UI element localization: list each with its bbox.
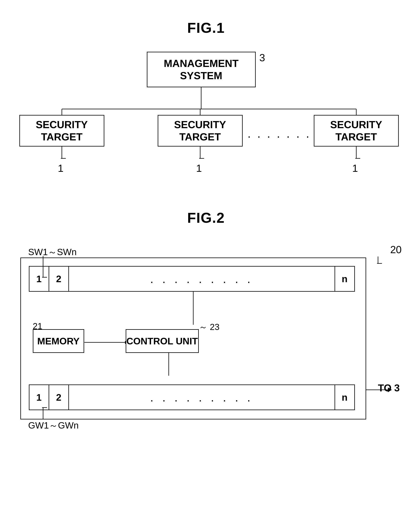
page: FIG.1 xyxy=(0,0,412,532)
control-unit-box: CONTROL UNIT xyxy=(126,329,199,353)
gw-label: GW1～GWn xyxy=(28,419,79,432)
security-target-box-3: SECURITYTARGET xyxy=(314,115,399,147)
fig2-diagram: 20 SW1～SWn 1 2 . . . . . . . . . n xyxy=(9,238,404,425)
sw-label: SW1～SWn xyxy=(28,246,77,258)
port-top-2: 2 xyxy=(49,266,69,291)
port-top-n: n xyxy=(334,266,354,291)
management-system-box: MANAGEMENTSYSTEM xyxy=(147,52,256,87)
fig2-title: FIG.2 xyxy=(187,210,225,226)
security-target-text-2: SECURITYTARGET xyxy=(174,118,226,143)
ref-1-right: 1 xyxy=(352,162,358,174)
port-bottom-1: 1 xyxy=(29,385,49,409)
security-target-text-1: SECURITYTARGET xyxy=(36,118,88,143)
top-port-row: 1 2 . . . . . . . . . n xyxy=(29,266,355,292)
port-bottom-dots: . . . . . . . . . xyxy=(69,385,334,409)
fig1-title: FIG.1 xyxy=(187,20,225,36)
fig1-section: FIG.1 xyxy=(16,20,396,186)
control-unit-text: CONTROL UNIT xyxy=(127,336,198,347)
security-target-box-1: SECURITYTARGET xyxy=(19,115,104,147)
port-bottom-2: 2 xyxy=(49,385,69,409)
ref-20-label: 20 xyxy=(390,244,402,256)
port-top-dots: . . . . . . . . . xyxy=(69,266,334,291)
ref-23-label: ～ 23 xyxy=(199,321,220,333)
to3-label: TO 3 xyxy=(378,382,400,394)
tree-diagram: MANAGEMENTSYSTEM 3 SECURITYTARGET SECURI… xyxy=(9,48,404,186)
ref-3-label: 3 xyxy=(259,52,265,64)
bottom-port-row: 1 2 . . . . . . . . . n xyxy=(29,384,355,410)
ref-21-label: 21 xyxy=(33,321,42,331)
security-target-text-3: SECURITYTARGET xyxy=(330,118,382,143)
management-system-text: MANAGEMENTSYSTEM xyxy=(164,57,238,82)
port-bottom-n: n xyxy=(334,385,354,409)
memory-box: MEMORY xyxy=(33,329,84,353)
memory-text: MEMORY xyxy=(37,336,79,347)
ref-1-left: 1 xyxy=(58,162,64,174)
ref-1-mid: 1 xyxy=(196,162,202,174)
port-top-1: 1 xyxy=(29,266,49,291)
security-target-box-2: SECURITYTARGET xyxy=(158,115,243,147)
fig2-section: FIG.2 20 SW1～SWn 1 2 . . . . . . . . . n xyxy=(16,210,396,425)
outer-box: 1 2 . . . . . . . . . n xyxy=(20,257,366,419)
